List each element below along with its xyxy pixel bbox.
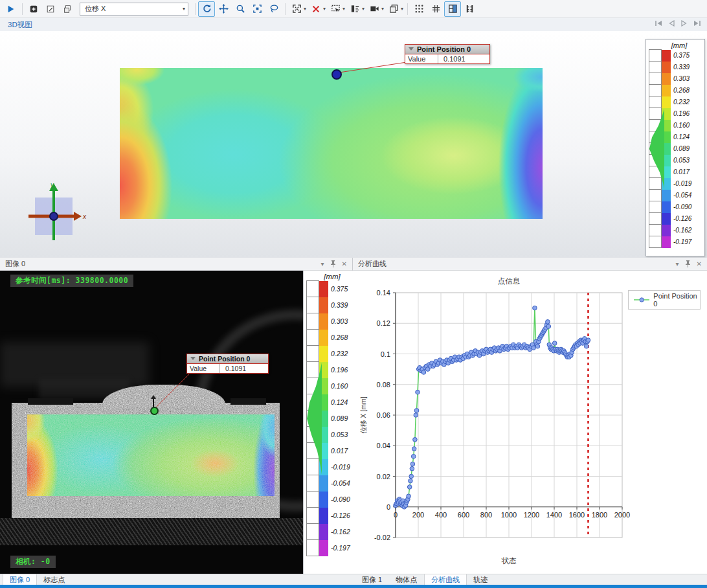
expand-icon [292,4,302,14]
point-tooltip-3d[interactable]: Point Position 0 Value 0.1091 [405,44,490,64]
left-tab-group: 图像 0标志点 [3,574,72,585]
first-frame-icon[interactable] [655,20,662,27]
chevron-down-icon[interactable]: ▾ [381,6,384,12]
columns-icon [350,4,360,14]
camera-icon [370,4,379,14]
close-icon[interactable]: ✕ [342,260,347,267]
clamp [230,398,266,405]
color-legend-3d: [mm]0.3750.3390.3030.2680.2320.1960.1600… [645,39,705,256]
chevron-down-icon[interactable]: ▾ [362,6,365,12]
tab-轨迹[interactable]: 轨迹 [467,574,495,585]
fit-frame-icon [252,4,262,14]
next-frame-icon[interactable] [681,20,687,27]
delete-button[interactable] [308,1,324,17]
pin-icon[interactable] [685,260,691,267]
expand-view-button[interactable] [288,1,305,17]
legend-row: 0.160 [649,120,704,131]
legend-row: 0.339 [649,62,704,73]
stats-icon [465,4,475,14]
measure-dropdown[interactable]: 位移 X ▾ [80,3,188,16]
reference-time-label: 参考时间[ms]: 339800.0000 [10,275,133,287]
legend-row: 0.232 [306,346,353,362]
legend-row: 0.196 [649,108,704,120]
3d-viewport[interactable]: y x Point Position 0 Value 0.1091 [mm]0.… [0,31,707,258]
lasso-select-button[interactable] [265,1,282,17]
legend-row: -0.126 [306,508,353,524]
edit-icon [46,5,55,14]
legend-row: 0.053 [306,427,353,443]
tab-标志点[interactable]: 标志点 [37,574,72,585]
marquee-select-button[interactable] [327,1,344,17]
tab-3d-view[interactable]: 3D视图 [8,20,32,30]
new-report-button[interactable] [25,1,42,17]
tab-图像 0[interactable]: 图像 0 [3,574,37,585]
stats-view-button[interactable] [461,1,478,17]
last-frame-icon[interactable] [693,20,701,27]
layers-button[interactable] [385,1,402,17]
x-axis-label: x [82,213,87,220]
close-icon[interactable]: ✕ [697,260,702,267]
panel-menu-icon[interactable]: ▾ [321,260,324,267]
legend-row: 0.089 [306,411,353,427]
rotate-view-button[interactable] [198,1,215,17]
legend-row: 0.375 [306,281,353,297]
svg-text:0.08: 0.08 [377,381,390,389]
grid-lines-button[interactable] [427,1,444,17]
y-axis-label: y [50,181,54,188]
svg-text:1800: 1800 [592,511,607,519]
delete-x-icon [311,5,320,14]
grid-icon [431,4,441,14]
camera-image[interactable]: 参考时间[ms]: 339800.0000 相机: -0 Point Posit… [0,271,303,574]
chevron-down-icon[interactable]: ▾ [342,6,345,12]
zoom-fit-button[interactable] [249,1,265,17]
legend-row: 0.089 [649,143,704,155]
play-icon [6,5,16,14]
legend-row: 0.017 [306,443,353,459]
tab-物体点[interactable]: 物体点 [389,574,424,585]
camera-label: 相机: -0 [10,556,56,568]
tab-图像 1[interactable]: 图像 1 [355,574,389,585]
tooltip-value: 0.1091 [438,54,486,63]
legend-row: 0.196 [306,362,353,378]
play-button[interactable] [3,1,19,17]
svg-text:1400: 1400 [546,511,562,519]
zoom-button[interactable] [232,1,249,17]
camera-view-button[interactable] [366,1,383,17]
tooltip-title: Point Position 0 [199,355,250,363]
grid-dots-button[interactable] [410,1,427,17]
tab-分析曲线[interactable]: 分析曲线 [424,574,467,585]
legend-row: -0.090 [306,492,353,508]
edit-report-button[interactable] [42,1,59,17]
panel-menu-icon[interactable]: ▾ [676,260,679,267]
svg-text:0.06: 0.06 [377,411,390,419]
pan-icon [219,4,229,14]
legend-row: 0.375 [649,50,704,62]
legend-row: 0.268 [649,85,704,96]
pan-view-button[interactable] [215,1,232,17]
chart-area[interactable]: 0200400600800100012001400160018002000-0.… [353,271,707,574]
application-window: 位移 X ▾ ▾ ▾ ▾ ▾ [0,0,707,588]
window-bottom-bar [0,585,707,588]
copy-report-button[interactable] [59,1,76,17]
layout-columns-button[interactable] [346,1,363,17]
pin-icon[interactable] [330,260,336,267]
chevron-down-icon[interactable]: ▾ [401,6,403,12]
previous-frame-icon[interactable] [669,20,675,27]
svg-text:0.1: 0.1 [381,350,390,358]
chevron-down-icon[interactable]: ▾ [323,6,326,12]
copy-icon [63,5,72,14]
measure-dropdown-value: 位移 X [85,4,106,14]
image-panel: 图像 0 ▾ ✕ [0,258,353,574]
svg-text:状态: 状态 [502,557,517,565]
inspection-point-image[interactable] [150,407,159,415]
bottom-tabstrip: 图像 0标志点 图像 1物体点分析曲线轨迹 [0,574,707,585]
tooltip-title: Point Position 0 [417,45,471,53]
point-tooltip-image[interactable]: Point Position 0 Value 0.1091 [186,354,269,374]
svg-text:0: 0 [387,503,390,511]
svg-text:2000: 2000 [614,511,630,519]
chevron-down-icon[interactable]: ▾ [304,6,306,12]
window-layout-button[interactable] [444,1,461,17]
legend-row: 0.017 [649,166,704,178]
layers-icon [389,4,399,14]
curve-panel-header: 分析曲线 ▾ ✕ [353,258,707,271]
